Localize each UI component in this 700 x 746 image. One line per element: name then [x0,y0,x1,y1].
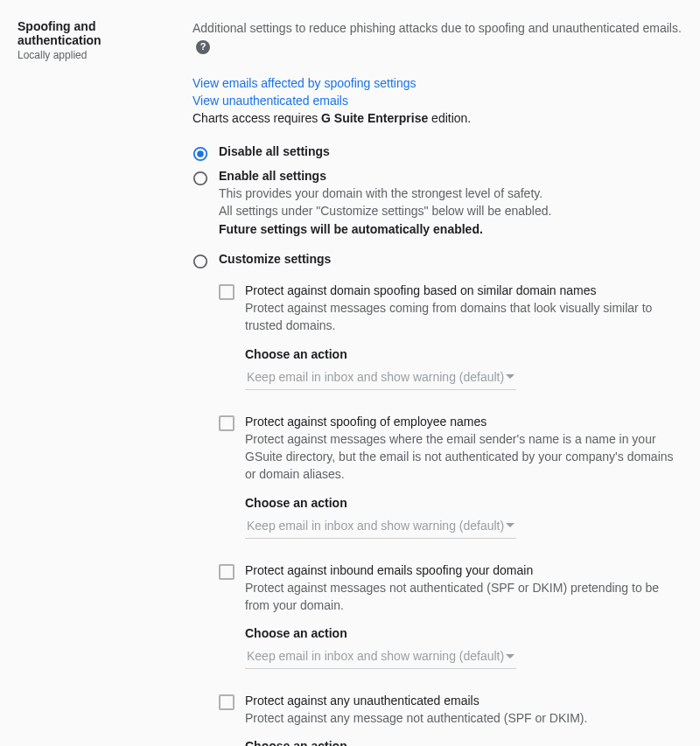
checkbox-item-1[interactable] [219,415,234,431]
item-title-1: Protect against spoofing of employee nam… [245,415,682,429]
radio-enable-note-3: Future settings will be automatically en… [219,220,551,238]
action-label-3: Choose an action [245,739,516,746]
chevron-down-icon [506,523,514,527]
item-title-3: Protect against any unauthenticated emai… [245,694,682,708]
action-label-1: Choose an action [245,496,516,510]
chevron-down-icon [506,374,514,379]
svg-point-1 [197,150,204,157]
link-unauth-emails[interactable]: View unauthenticated emails [192,92,682,109]
radio-customize[interactable] [192,254,208,269]
radio-enable-note-1: This provides your domain with the stron… [219,185,551,202]
section-title: Spoofing and authentication [18,19,175,47]
section-scope: Locally applied [18,49,175,61]
charts-note: Charts access requires G Suite Enterpris… [192,111,682,125]
item-title-2: Protect against inbound emails spoofing … [245,563,682,577]
chevron-down-icon [506,654,514,659]
action-select-0[interactable]: Keep email in inbox and show warning (de… [245,366,516,390]
checkbox-item-3[interactable] [219,694,234,710]
action-select-value-0: Keep email in inbox and show warning (de… [247,370,504,384]
svg-point-2 [194,172,206,185]
checkbox-item-0[interactable] [219,284,234,300]
item-desc-0: Protect against messages coming from dom… [245,299,682,335]
radio-enable-label: Enable all settings [219,169,326,183]
action-select-value-1: Keep email in inbox and show warning (de… [247,519,504,533]
section-description-row: Additional settings to reduce phishing a… [192,19,682,55]
item-desc-1: Protect against messages where the email… [245,430,682,484]
item-desc-3: Protect against any message not authenti… [245,709,682,727]
radio-disable-all[interactable] [192,146,208,162]
radio-customize-label: Customize settings [219,252,331,266]
action-label-0: Choose an action [245,347,516,361]
item-title-0: Protect against domain spoofing based on… [245,283,682,297]
action-label-2: Choose an action [245,626,516,640]
action-select-value-2: Keep email in inbox and show warning (de… [247,649,504,663]
item-desc-2: Protect against messages not authenticat… [245,579,682,615]
action-select-1[interactable]: Keep email in inbox and show warning (de… [245,515,516,539]
svg-point-3 [194,255,206,268]
section-description: Additional settings to reduce phishing a… [192,21,682,35]
action-select-2[interactable]: Keep email in inbox and show warning (de… [245,645,516,669]
help-icon[interactable]: ? [196,40,210,54]
radio-enable-note-2: All settings under "Customize settings" … [219,202,551,220]
checkbox-item-2[interactable] [219,564,234,580]
radio-disable-label: Disable all settings [219,144,330,158]
radio-enable-all[interactable] [192,171,208,186]
section-meta: Spoofing and authentication Locally appl… [18,19,175,746]
link-spoofing-emails[interactable]: View emails affected by spoofing setting… [192,74,682,92]
